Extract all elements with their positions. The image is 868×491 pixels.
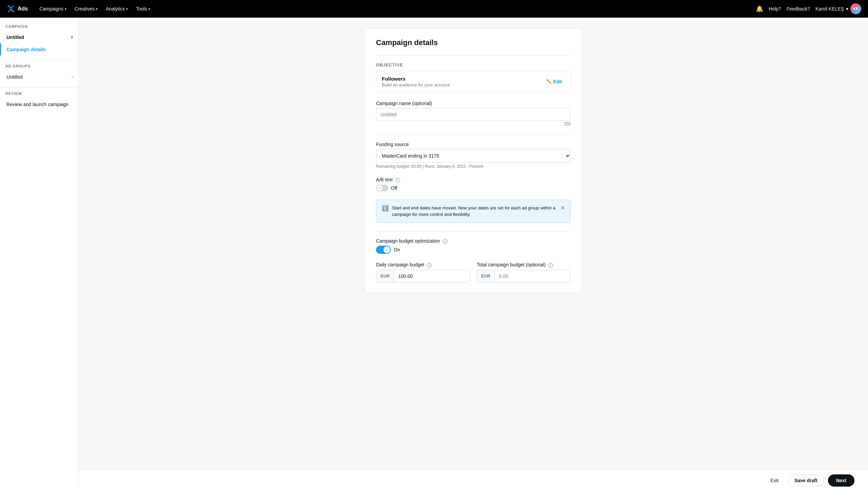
ab-test-toggle-row: ✕ Off <box>376 185 571 191</box>
funding-source-select[interactable]: MasterCard ending in 3175 <box>376 149 571 163</box>
campaign-details-card: Campaign details Objective Followers Bui… <box>365 28 582 292</box>
sidebar-item-adgroup[interactable]: Untitled › <box>0 71 78 83</box>
budget-row: Daily campaign budget i EUR Total campai… <box>376 262 571 283</box>
next-button[interactable]: Next <box>828 474 854 487</box>
objective-section: Objective Followers Build an audience fo… <box>376 62 571 93</box>
objective-label: Objective <box>376 62 571 67</box>
save-draft-button[interactable]: Save draft <box>788 475 824 486</box>
edit-label: Edit <box>553 79 562 84</box>
total-budget-label: Total campaign budget (optional) i <box>477 262 571 268</box>
budget-opt-toggle[interactable]: ✓ <box>376 246 391 254</box>
daily-budget-col: Daily campaign budget i EUR <box>376 262 470 283</box>
topnav-nav: Campaigns ▾ Creatives ▾ Analytics ▾ Tool… <box>36 4 748 14</box>
info-banner-text: Start and end dates have moved. Now your… <box>392 205 557 218</box>
total-budget-col: Total campaign budget (optional) i EUR <box>477 262 571 283</box>
daily-budget-input-wrap: EUR <box>376 270 470 283</box>
sidebar-adgroups-label: AD GROUPS <box>0 64 78 71</box>
objective-info: Followers Build an audience for your acc… <box>382 76 450 87</box>
sidebar-review-label: REVIEW <box>0 91 78 98</box>
divider-3 <box>376 231 571 231</box>
chevron-down-icon: ▾ <box>846 6 848 12</box>
objective-desc: Build an audience for your account <box>382 82 450 87</box>
divider <box>376 55 571 56</box>
pencil-icon: ✏️ <box>546 79 552 84</box>
chevron-down-icon: ▾ <box>71 35 73 40</box>
card-title: Campaign details <box>376 38 571 47</box>
budget-opt-state-label: On <box>394 247 400 252</box>
user-menu[interactable]: Kamil KELEŞ ▾ KK <box>815 3 861 14</box>
ab-test-label: A/B test i <box>376 177 571 183</box>
funding-source-section: Funding source MasterCard ending in 3175… <box>376 142 571 169</box>
main-content: Campaign details Objective Followers Bui… <box>79 18 868 491</box>
ab-test-info-icon[interactable]: i <box>395 178 400 183</box>
chevron-down-icon: ▾ <box>126 7 128 11</box>
toggle-knob-on: ✓ <box>383 246 390 253</box>
notifications-icon[interactable]: 🔔 <box>756 5 763 13</box>
topnav-campaigns[interactable]: Campaigns ▾ <box>36 4 70 14</box>
funding-source-label: Funding source <box>376 142 571 147</box>
chevron-down-icon: ▾ <box>65 7 66 11</box>
objective-box: Followers Build an audience for your acc… <box>376 71 571 93</box>
sidebar-divider-2 <box>0 87 78 87</box>
sidebar-item-campaign[interactable]: Untitled ▾ <box>0 31 78 43</box>
chevron-down-icon: ▾ <box>149 7 150 11</box>
info-banner-close-button[interactable]: ✕ <box>560 205 565 211</box>
twitter-icon <box>7 5 15 13</box>
total-budget-currency: EUR <box>477 270 495 282</box>
sidebar-campaign-label: CAMPAIGN <box>0 24 78 31</box>
brand-logo[interactable]: Ads <box>7 5 28 13</box>
objective-title: Followers <box>382 76 450 82</box>
divider-2 <box>376 135 571 135</box>
ab-test-toggle[interactable]: ✕ <box>376 185 388 191</box>
ab-test-section: A/B test i ✕ Off <box>376 177 571 191</box>
ab-test-state-label: Off <box>391 185 397 191</box>
user-name: Kamil KELEŞ <box>815 6 844 12</box>
edit-objective-button[interactable]: ✏️ Edit <box>544 78 565 86</box>
sidebar-campaign-name: Untitled <box>6 35 24 40</box>
sidebar-review-action: Review and launch campaign <box>6 102 68 107</box>
brand-text: Ads <box>18 6 28 12</box>
topnav-tools[interactable]: Tools ▾ <box>133 4 154 14</box>
daily-budget-info-icon[interactable]: i <box>427 263 432 268</box>
feedback-link[interactable]: Feedback? <box>787 6 810 12</box>
help-link[interactable]: Help? <box>769 6 781 12</box>
sidebar-item-campaign-details[interactable]: Campaign details <box>0 43 78 56</box>
campaign-name-section: Campaign name (optional) 255 <box>376 101 571 126</box>
char-count: 255 <box>376 122 571 126</box>
daily-budget-currency: EUR <box>376 270 394 282</box>
remaining-budget-text: Remaining budget: €0.00 | Runs: January … <box>376 164 571 169</box>
budget-opt-info-icon[interactable]: i <box>443 239 448 244</box>
campaign-name-input[interactable] <box>376 108 571 121</box>
budget-opt-section: Campaign budget optimization i ✓ On <box>376 238 571 254</box>
budget-opt-label: Campaign budget optimization i <box>376 238 571 244</box>
budget-opt-toggle-row: ✓ On <box>376 246 571 254</box>
avatar: KK <box>850 3 861 14</box>
total-budget-info-icon[interactable]: i <box>548 263 553 268</box>
daily-budget-label: Daily campaign budget i <box>376 262 470 268</box>
info-icon: ℹ️ <box>382 205 389 211</box>
bottom-bar: Exit Save draft Next <box>79 469 868 491</box>
chevron-right-icon: › <box>72 75 73 79</box>
topnav-right: 🔔 Help? Feedback? Kamil KELEŞ ▾ KK <box>756 3 861 14</box>
sidebar-item-review[interactable]: Review and launch campaign <box>0 98 78 110</box>
info-banner: ℹ️ Start and end dates have moved. Now y… <box>376 200 571 223</box>
topnav: Ads Campaigns ▾ Creatives ▾ Analytics ▾ … <box>0 0 868 18</box>
total-budget-input-wrap: EUR <box>477 270 571 283</box>
toggle-knob: ✕ <box>377 185 382 191</box>
daily-budget-input[interactable] <box>394 270 470 282</box>
total-budget-input[interactable] <box>495 270 570 282</box>
sidebar-adgroup-name: Untitled <box>6 74 22 80</box>
sidebar: CAMPAIGN Untitled ▾ Campaign details AD … <box>0 18 79 491</box>
topnav-creatives[interactable]: Creatives ▾ <box>71 4 101 14</box>
sidebar-campaign-details-label: Campaign details <box>6 47 46 52</box>
exit-button[interactable]: Exit <box>765 475 784 486</box>
campaign-name-label: Campaign name (optional) <box>376 101 571 106</box>
topnav-analytics[interactable]: Analytics ▾ <box>102 4 131 14</box>
chevron-down-icon: ▾ <box>96 7 98 11</box>
sidebar-divider <box>0 60 78 60</box>
